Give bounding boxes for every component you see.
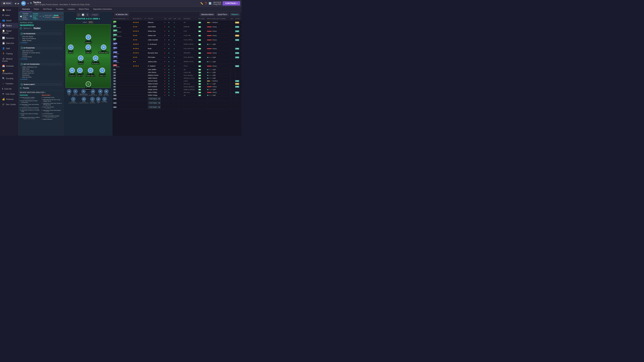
sub-chip-grealish[interactable]: 7 Grealish M (RL), AM (RLC) xyxy=(68,97,78,104)
player-chip-mcl[interactable]: 16 CM - Su ▾ Rodri ▾ xyxy=(78,55,84,64)
info-icon-button[interactable]: ℹ️ xyxy=(209,2,212,5)
sidebar-item-dev-centre[interactable]: 🎓 Dev. Centre xyxy=(0,102,18,107)
style-name[interactable]: GEGENPRESS xyxy=(20,24,62,26)
col-role-ability[interactable]: ROLE ABILITY xyxy=(132,17,144,20)
cell-player-14[interactable]: Julián Álvarez xyxy=(147,77,164,80)
cell-player-13[interactable]: Matheus Nunes xyxy=(147,74,164,77)
cell-player-2[interactable]: Rúben Dias xyxy=(147,29,164,33)
out-of-possession-change-button[interactable]: » CHANGE xyxy=(20,78,62,80)
sidebar-item-transfers[interactable]: ↔ Transfers xyxy=(0,81,18,86)
cell-player-4[interactable]: Joško Gvardiol xyxy=(147,38,164,42)
col-player[interactable]: PLAYER xyxy=(147,17,164,20)
subnav-match-plans[interactable]: Match Plans xyxy=(77,7,91,12)
cell-player-20[interactable]: Stefan Ortega xyxy=(147,94,164,97)
selection-advice-button[interactable]: Selection Advice xyxy=(200,13,215,16)
subnav-captains[interactable]: Captains xyxy=(66,7,77,12)
player-chip-amc[interactable]: 47 AM - Su ▾ Foden ▾ xyxy=(85,44,92,53)
cell-player-3[interactable]: Nathan Aké xyxy=(147,33,164,38)
subnav-penalties[interactable]: Penalties xyxy=(54,7,66,12)
pick-player-select-22[interactable]: Pick Player xyxy=(148,101,161,104)
sidebar-item-data-hub[interactable]: 💾 Data Hub xyxy=(0,40,18,46)
sidebar-item-club-vision[interactable]: 👁 Club Vision xyxy=(0,91,18,96)
subnav-opposition[interactable]: Opposition Instructions xyxy=(91,7,114,12)
col-shp[interactable]: SHP xyxy=(173,17,178,20)
col-gls[interactable]: GLS xyxy=(230,17,234,20)
cell-player-16[interactable]: Mateo Kovačić xyxy=(147,82,164,85)
cell-player-15[interactable]: Manuel Akanji xyxy=(147,80,164,82)
continue-button[interactable]: CONTINUE » xyxy=(222,1,240,5)
in-possession-change-button[interactable]: » CHANGE xyxy=(20,42,62,43)
nav-back-button[interactable]: ◀ xyxy=(14,2,17,5)
sub-chip-stones[interactable]: 5 Stones D (RC), DM xyxy=(72,89,78,96)
col-match-load[interactable]: MATCH LOAD LAST 5 GAMES xyxy=(206,17,230,20)
list-view-button[interactable]: ☰ xyxy=(86,13,89,16)
sidebar-item-staff[interactable]: 👤 Staff xyxy=(0,46,18,51)
player-chip-st[interactable]: 9 PF - At ▾ Haaland ▾ xyxy=(85,34,92,43)
home-button[interactable]: 🏠 Home xyxy=(1,1,12,5)
player-chip-dl[interactable]: 24 WB - Su ▾ Gvardiol ▾ xyxy=(68,68,76,77)
player-chip-dcr[interactable]: 3 BPD - De ▾ Rúben Dias ▾ xyxy=(86,68,95,77)
sidebar-item-squad[interactable]: 👥 Squad xyxy=(0,18,18,23)
cell-player-9[interactable]: Jérémy Doku xyxy=(147,59,164,64)
sidebar-item-club-info[interactable]: ℹ Club Info xyxy=(0,86,18,91)
sub-chip-pick-player[interactable]: + Pick Player xyxy=(102,97,107,104)
cell-player-17[interactable]: Jack Grealish xyxy=(147,85,164,88)
sidebar-item-home[interactable]: 🏠 Home xyxy=(0,7,18,12)
subnav-player[interactable]: Player xyxy=(32,7,41,12)
player-chip-gk[interactable]: 1 SK - At ▾ Ederson ▾ xyxy=(85,81,92,90)
sub-chip-akanji[interactable]: 25 Akanji D (RC) xyxy=(98,89,102,96)
sub-chip-steffen[interactable]: 18 Steffen GK xyxy=(67,89,71,96)
col-position-detail[interactable]: POSITION xyxy=(183,17,198,20)
collapse-panel-button[interactable]: ◀ xyxy=(20,15,22,17)
sidebar-item-inbox[interactable]: ✉ Inbox xyxy=(0,12,18,18)
analysis-button[interactable]: Analysis xyxy=(90,13,99,16)
cell-player-7[interactable]: Bernardo Silva xyxy=(147,51,164,55)
cell-player-1[interactable]: Kyle Walker xyxy=(147,25,164,29)
col-mo[interactable]: MO... xyxy=(178,17,183,20)
col-con[interactable]: CON xyxy=(168,17,173,20)
col-tac-fami[interactable]: TAC FAMI xyxy=(198,17,206,20)
sidebar-item-finances[interactable]: 💰 Finances xyxy=(0,96,18,102)
cell-player-19[interactable]: Kalvin Phillips xyxy=(147,91,164,94)
in-transition-change-button[interactable]: » CHANGE xyxy=(20,58,62,60)
subnav-set-pieces[interactable]: Set Pieces xyxy=(41,7,54,12)
cell-player-11[interactable]: Zack Steffen xyxy=(147,68,164,71)
sidebar-item-competitions[interactable]: 🏆 Competitions xyxy=(0,68,18,76)
player-chip-dcl[interactable]: 6 BPD - De ▾ Aké ▾ xyxy=(76,68,84,77)
cell-player-22[interactable]: Pick Player xyxy=(147,101,164,105)
cell-player-0[interactable]: Ederson xyxy=(147,20,164,25)
sub-chip-gomez[interactable]: 51 Gómez D/WB (L), AM (RL) xyxy=(79,97,89,104)
player-chip-amr[interactable]: 20 IF - At ▾ Bernardo Silva ▾ xyxy=(98,44,109,53)
sub-chip-phillips[interactable]: 4 Phillips DM, M (C) xyxy=(90,97,95,104)
sidebar-item-training[interactable]: 🏃 Training xyxy=(0,51,18,56)
add-tactic-button[interactable]: ＋ xyxy=(42,14,44,18)
col-av-rat[interactable]: AV RAT xyxy=(234,17,242,20)
help-icon-button[interactable]: ❓ xyxy=(204,2,207,5)
pitch-view-button[interactable]: ⬛ xyxy=(77,13,80,16)
sidebar-item-tactics[interactable]: ⚽ Tactics xyxy=(0,23,18,28)
cell-player-5[interactable]: K. De Bruyne xyxy=(147,42,164,46)
mentality-value[interactable]: Positive xyxy=(33,27,41,29)
pick-player-select-23[interactable]: Pick Player xyxy=(148,106,161,109)
pick-player-select-21[interactable]: Pick Player xyxy=(148,97,161,100)
player-chip-aml[interactable]: 11 IF - At ▾ Doku ▾ xyxy=(68,44,74,53)
sidebar-item-squad-planner[interactable]: 📋 Squad Planner xyxy=(0,28,18,35)
sub-chip-ortega[interactable]: 16 Ortega GK xyxy=(96,97,100,104)
cell-player-18[interactable]: Sergio Gómez xyxy=(147,88,164,91)
bar-view-button[interactable]: 📊 xyxy=(81,13,85,16)
player-chip-dr[interactable]: 2 IFB - De ▾ Walker ▾ xyxy=(99,68,105,77)
edit-icon-button[interactable]: ✏️ xyxy=(200,2,203,5)
nav-forward-button[interactable]: ▶ xyxy=(17,2,20,5)
sub-chip-kovacic[interactable]: 10 Kovačić DM, M (C) xyxy=(104,89,109,96)
cell-player-21[interactable]: Pick Player xyxy=(147,97,164,101)
col-position[interactable]: POSITION/ROLE/DU... ▲ xyxy=(112,17,132,20)
sidebar-item-dynamics[interactable]: 📊 Dynamics xyxy=(0,35,18,40)
tactic-dropdown-button[interactable]: ▾ xyxy=(39,15,41,17)
filtered-button[interactable]: Filtered ▾ xyxy=(230,13,240,16)
subnav-overview[interactable]: Overview xyxy=(20,7,32,12)
col-inf[interactable]: INF xyxy=(164,17,168,20)
selection-info-button[interactable]: ⬇ Selection Info xyxy=(114,13,129,16)
cell-player-12[interactable]: John Stones xyxy=(147,71,164,74)
quick-pick-button[interactable]: Quick Pick ▾ xyxy=(216,13,228,16)
club-dropdown-button[interactable]: ▾ xyxy=(27,2,29,5)
